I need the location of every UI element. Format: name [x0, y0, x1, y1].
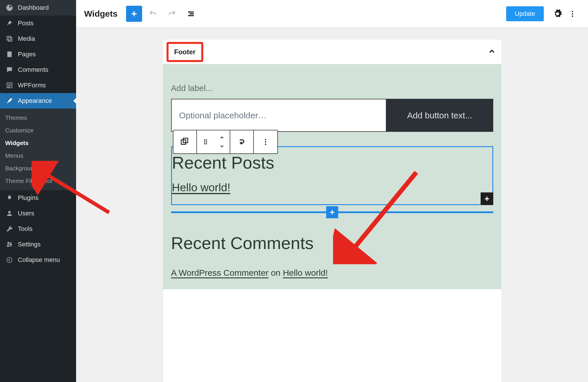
search-block: Optional placeholder… Add button text... — [171, 99, 493, 132]
media-icon — [5, 34, 14, 43]
sidebar-item-label: Comments — [18, 66, 48, 74]
admin-sidebar: Dashboard Posts Media Pages Comments WPF… — [0, 0, 76, 382]
comment-post-link[interactable]: Hello world! — [283, 268, 328, 277]
sidebar-item-settings[interactable]: Settings — [0, 237, 76, 252]
recent-posts-heading: Recent Posts — [172, 153, 492, 181]
sidebar-item-label: Dashboard — [18, 4, 49, 11]
transform-button[interactable] — [230, 130, 254, 153]
main-area: Widgets Update Footer — [76, 0, 588, 382]
svg-point-4 — [10, 244, 11, 245]
svg-point-18 — [265, 139, 266, 140]
recent-posts-block[interactable]: Recent Posts Hello world! — [171, 146, 493, 205]
widget-area-footer: Footer Add label... Optional placeholder… — [163, 40, 501, 382]
sidebar-item-label: Settings — [18, 241, 41, 248]
insertion-plus-button[interactable] — [326, 206, 338, 218]
submenu-background[interactable]: Background — [0, 162, 76, 175]
recent-post-link[interactable]: Hello world! — [172, 181, 231, 194]
svg-point-2 — [8, 211, 11, 213]
block-type-button[interactable] — [173, 130, 197, 153]
sidebar-item-label: Media — [18, 35, 35, 43]
svg-rect-0 — [7, 51, 11, 57]
svg-point-12 — [204, 139, 205, 140]
sidebar-item-posts[interactable]: Posts — [0, 16, 76, 31]
comment-author-link[interactable]: A WordPress Commenter — [171, 268, 269, 277]
add-label-placeholder[interactable]: Add label... — [171, 73, 493, 99]
redo-button[interactable] — [164, 6, 180, 22]
search-placeholder: Optional placeholder… — [179, 111, 267, 120]
svg-point-3 — [8, 242, 9, 243]
add-block-button[interactable] — [126, 6, 142, 22]
block-append-button[interactable] — [481, 192, 493, 205]
search-button-placeholder[interactable]: Add button text... — [386, 99, 493, 132]
svg-point-9 — [572, 15, 573, 17]
sidebar-item-users[interactable]: Users — [0, 206, 76, 221]
widget-area-body: Add label... Optional placeholder… Add b… — [163, 64, 501, 289]
chevron-up-icon[interactable] — [488, 47, 496, 57]
page-title: Widgets — [84, 9, 117, 19]
form-icon — [5, 81, 14, 90]
search-input[interactable]: Optional placeholder… — [171, 99, 386, 132]
recent-comment-item: A WordPress Commenter on Hello world! — [171, 268, 493, 278]
move-up-down[interactable] — [214, 130, 230, 153]
sidebar-item-label: Appearance — [18, 97, 52, 105]
brush-icon — [5, 97, 14, 105]
recent-comments-heading: Recent Comments — [171, 233, 493, 253]
update-button[interactable]: Update — [506, 6, 544, 21]
block-insertion-line[interactable] — [171, 211, 493, 213]
svg-point-14 — [204, 141, 205, 142]
sidebar-item-label: WPForms — [18, 82, 46, 89]
svg-point-19 — [265, 141, 266, 143]
svg-point-17 — [206, 143, 207, 144]
footer-title-highlight: Footer — [167, 42, 204, 62]
sidebar-item-label: Users — [18, 210, 34, 217]
sidebar-item-plugins[interactable]: Plugins — [0, 190, 76, 206]
collapse-icon — [5, 256, 14, 264]
sliders-icon — [5, 240, 14, 249]
sidebar-item-comments[interactable]: Comments — [0, 62, 76, 78]
list-view-button[interactable] — [183, 6, 199, 22]
sidebar-item-tools[interactable]: Tools — [0, 221, 76, 237]
svg-point-15 — [206, 141, 207, 142]
svg-point-5 — [7, 245, 8, 246]
block-more-button[interactable] — [254, 130, 277, 153]
sidebar-item-label: Collapse menu — [18, 256, 60, 264]
sidebar-item-label: Plugins — [18, 194, 38, 202]
dashboard-icon — [5, 3, 14, 12]
svg-point-13 — [206, 139, 207, 140]
appearance-submenu: Themes Customize Widgets Menus Backgroun… — [0, 109, 76, 190]
svg-point-8 — [572, 13, 573, 14]
pin-icon — [5, 19, 14, 28]
settings-button[interactable] — [550, 6, 565, 21]
sidebar-item-appearance[interactable]: Appearance — [0, 93, 76, 109]
submenu-menus[interactable]: Menus — [0, 149, 76, 162]
wrench-icon — [5, 225, 14, 233]
submenu-widgets[interactable]: Widgets — [0, 137, 76, 149]
sidebar-item-label: Posts — [18, 20, 34, 27]
widget-area-header[interactable]: Footer — [163, 40, 501, 64]
plug-icon — [5, 194, 14, 202]
sidebar-item-media[interactable]: Media — [0, 31, 76, 47]
svg-point-16 — [204, 143, 205, 144]
svg-point-6 — [7, 257, 12, 263]
svg-point-20 — [265, 144, 266, 145]
sidebar-item-dashboard[interactable]: Dashboard — [0, 0, 76, 16]
page-icon — [5, 50, 14, 59]
undo-button[interactable] — [145, 6, 161, 22]
sidebar-item-pages[interactable]: Pages — [0, 47, 76, 62]
submenu-themes[interactable]: Themes — [0, 111, 76, 124]
svg-point-7 — [572, 11, 573, 12]
submenu-theme-file-editor[interactable]: Theme File Editor — [0, 175, 76, 187]
more-options-button[interactable] — [565, 6, 580, 21]
drag-handle[interactable] — [197, 130, 214, 153]
block-toolbar — [173, 130, 278, 154]
sidebar-item-collapse[interactable]: Collapse menu — [0, 252, 76, 268]
editor-topbar: Widgets Update — [76, 0, 588, 28]
sidebar-item-label: Tools — [18, 225, 32, 233]
submenu-customize[interactable]: Customize — [0, 124, 76, 137]
user-icon — [5, 209, 14, 218]
sidebar-item-wpforms[interactable]: WPForms — [0, 78, 76, 93]
comment-icon — [5, 65, 14, 74]
widget-area-title: Footer — [174, 48, 196, 56]
editor-canvas: Footer Add label... Optional placeholder… — [76, 28, 588, 382]
sidebar-item-label: Pages — [18, 51, 36, 58]
